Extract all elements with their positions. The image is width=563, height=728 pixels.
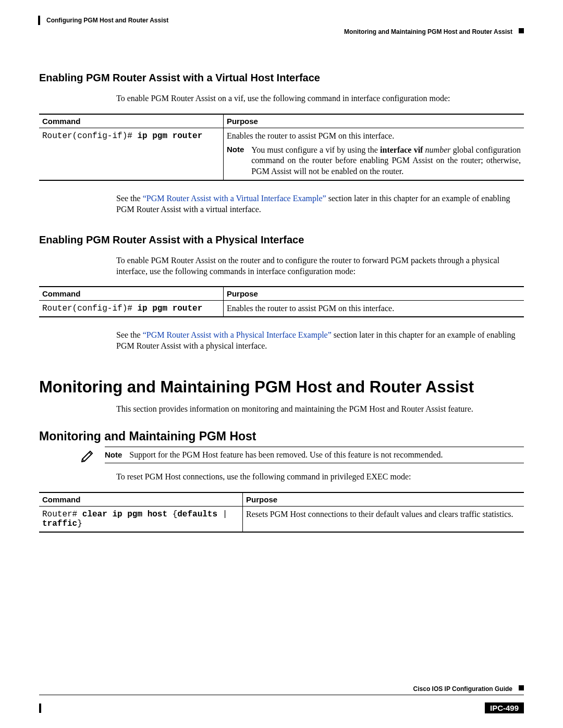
note-label: Note: [105, 450, 122, 460]
note-label: Note: [227, 145, 244, 154]
th-command: Command: [39, 114, 223, 128]
section2-intro: To enable PGM Router Assist on the route…: [116, 255, 524, 277]
section3-intro: To reset PGM Host connections, use the f…: [116, 472, 524, 483]
table-row: Router# clear ip pgm host {defaults | tr…: [39, 506, 524, 532]
section2-after: See the “PGM Router Assist with a Physic…: [116, 330, 524, 352]
inline-note: Note You must configure a vif by using t…: [227, 145, 521, 177]
command-table-physical: Command Purpose Router(config-if)# ip pg…: [39, 286, 524, 317]
note-text: You must configure a vif by using the in…: [251, 145, 521, 177]
chapter-title-right: Monitoring and Maintaining PGM Host and …: [344, 28, 512, 35]
section1-intro: To enable PGM Router Assist on a vif, us…: [116, 93, 524, 104]
purpose-cell: Enables the router to assist PGM on this…: [223, 128, 524, 180]
command-cell: Router# clear ip pgm host {defaults | tr…: [39, 506, 243, 532]
note-text: Support for the PGM Host feature has bee…: [129, 450, 443, 460]
command-cell: Router(config-if)# ip pgm router: [39, 301, 223, 317]
page-footer: Cisco IOS IP Configuration Guide IPC-499: [39, 686, 524, 713]
running-header: Configuring PGM Host and Router Assist M…: [39, 16, 524, 41]
table-row: Router(config-if)# ip pgm router Enables…: [39, 128, 524, 180]
table-row: Router(config-if)# ip pgm router Enables…: [39, 301, 524, 317]
purpose-text: Enables the router to assist PGM on this…: [227, 131, 521, 141]
command-table-virtual: Command Purpose Router(config-if)# ip pg…: [39, 114, 524, 181]
page: Configuring PGM Host and Router Assist M…: [0, 0, 563, 728]
xref-physical-example[interactable]: “PGM Router Assist with a Physical Inter…: [143, 330, 332, 339]
th-purpose: Purpose: [243, 492, 524, 507]
footer-marker-icon: [519, 685, 524, 690]
command-table-host: Command Purpose Router# clear ip pgm hos…: [39, 492, 524, 533]
subsection-heading-host: Monitoring and Maintaining PGM Host: [39, 429, 524, 443]
xref-virtual-example[interactable]: “PGM Router Assist with a Virtual Interf…: [143, 194, 326, 203]
purpose-cell: Resets PGM Host connections to their def…: [243, 506, 524, 532]
cmd-bold: ip pgm router: [137, 131, 202, 141]
command-cell: Router(config-if)# ip pgm router: [39, 128, 223, 180]
cmd-prefix: Router(config-if)#: [42, 304, 137, 313]
writer-note-body: Note Support for the PGM Host feature ha…: [105, 447, 524, 463]
footer-guide-title: Cisco IOS IP Configuration Guide: [413, 685, 512, 693]
th-command: Command: [39, 492, 243, 507]
section-heading-virtual: Enabling PGM Router Assist with a Virtua…: [39, 72, 524, 84]
cmd-prefix: Router(config-if)#: [42, 131, 137, 141]
cmd-bold: ip pgm router: [137, 304, 202, 313]
section-heading-physical: Enabling PGM Router Assist with a Physic…: [39, 234, 524, 246]
pencil-icon: [80, 447, 95, 464]
header-right-marker: [519, 28, 524, 33]
writer-note: Note Support for the PGM Host feature ha…: [80, 447, 524, 464]
major-intro: This section provides information on mon…: [116, 404, 524, 415]
footer-left-bar: [39, 704, 41, 713]
chapter-title-left: Configuring PGM Host and Router Assist: [46, 17, 168, 24]
th-purpose: Purpose: [223, 287, 524, 301]
major-heading: Monitoring and Maintaining PGM Host and …: [39, 378, 524, 397]
purpose-cell: Enables the router to assist PGM on this…: [223, 301, 524, 317]
header-left-marker: [38, 16, 40, 25]
page-number: IPC-499: [485, 702, 524, 713]
th-purpose: Purpose: [223, 114, 524, 128]
section1-after: See the “PGM Router Assist with a Virtua…: [116, 193, 524, 215]
th-command: Command: [39, 287, 223, 301]
